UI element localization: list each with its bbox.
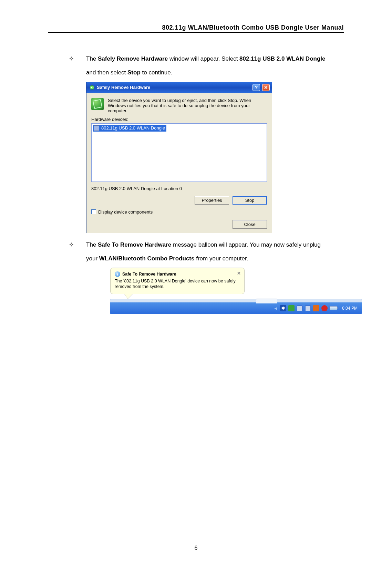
properties-button[interactable]: Properties [195,196,229,205]
taskbar: ◄ ✱ 8:04 PM [110,302,362,314]
network-icon[interactable] [288,305,295,311]
display-components-label: Display device components [98,209,153,215]
txt-bold: Safe To Remove Hardware [98,241,171,248]
close-icon[interactable]: ✕ [262,84,270,91]
txt: The [86,241,98,248]
hardware-devices-label: Hardware devices: [91,117,267,122]
monitor-icon[interactable] [297,305,303,311]
bullet-item: ✧ The Safe To Remove Hardware message ba… [69,239,344,250]
txt: The [86,55,98,62]
help-button[interactable]: ? [252,84,260,91]
device-name: 802.11g USB 2.0 WLAN Dongle [101,125,165,131]
info-icon: i [115,271,120,277]
stop-button[interactable]: Stop [233,196,267,205]
device-location-text: 802.11g USB 2.0 WLAN Dongle at Location … [91,186,267,191]
unplug-icon [91,98,104,110]
bullet-symbol: ✧ [69,53,86,64]
system-tray: ◄ ✱ 8:04 PM [273,305,358,311]
bullet-text-continue: and then select Stop to continue. [86,67,344,78]
bluetooth-icon[interactable]: ✱ [280,305,286,311]
bullet-text: The Safe To Remove Hardware message ball… [86,239,344,250]
monitor-icon[interactable] [305,305,311,311]
hardware-icon [89,85,95,90]
balloon-tooltip: i Safe To Remove Hardware ✕ The '802.11g… [110,268,245,294]
bullet-text: The Safely Remove Hardware window will a… [86,53,344,64]
balloon-message: The '802.11g USB 2.0 WLAN Dongle' device… [115,278,240,290]
bullet-item: ✧ The Safely Remove Hardware window will… [69,53,344,64]
txt: window will appear. Select [168,55,239,62]
window-chrome-top [110,299,362,302]
device-list-item[interactable]: 802.11g USB 2.0 WLAN Dongle [93,125,166,132]
txt-bold: WLAN/Bluetooth Combo Products [99,255,195,262]
display-components-checkbox[interactable] [91,209,96,214]
txt-bold: Safely Remove Hardware [98,55,168,62]
txt-bold: Stop [127,69,141,76]
txt: and then select [86,69,127,76]
bullet-text-continue: your WLAN/Bluetooth Combo Products from … [86,253,344,264]
tab-notch [256,299,277,303]
dialog-intro-text: Select the device you want to unplug or … [108,98,267,113]
tray-expand-icon[interactable]: ◄ [273,306,278,311]
shield-icon[interactable] [321,305,328,311]
tray-app-icon[interactable] [313,305,319,311]
battery-icon[interactable] [330,306,337,310]
page-header: 802.11g WLAN/Bluetooth Combo USB Dongle … [48,24,344,33]
dialog-title: Safely Remove Hardware [97,85,250,90]
balloon-title: Safe To Remove Hardware [122,272,176,277]
clock: 8:04 PM [342,306,358,311]
txt: from your computer. [195,255,248,262]
txt: to continue. [141,69,173,76]
txt: message balloon will appear. You may now… [171,241,321,248]
safely-remove-dialog: Safely Remove Hardware ? ✕ Select the de… [86,82,272,233]
close-button[interactable]: Close [233,220,267,229]
balloon-close-icon[interactable]: ✕ [237,271,241,276]
bullet-symbol: ✧ [69,239,86,250]
device-icon [94,125,99,131]
device-list[interactable]: 802.11g USB 2.0 WLAN Dongle [91,123,267,182]
txt-bold: 802.11g USB 2.0 WLAN Dongle [239,55,325,62]
txt: your [86,255,99,262]
page-number: 6 [0,545,392,551]
dialog-titlebar: Safely Remove Hardware ? ✕ [86,82,272,93]
